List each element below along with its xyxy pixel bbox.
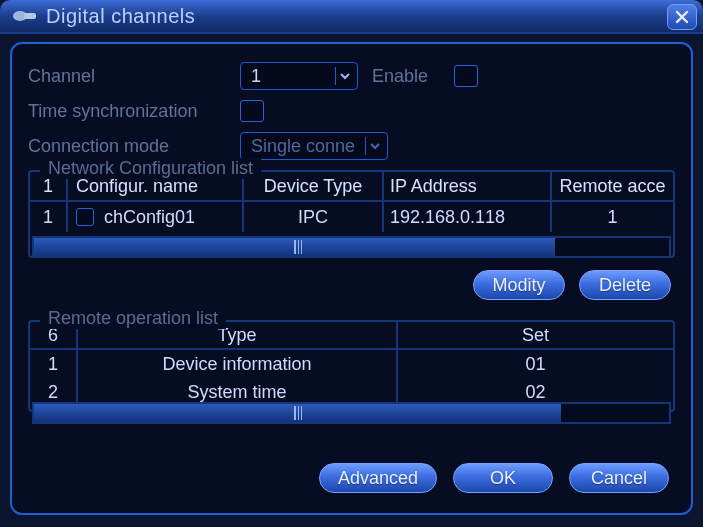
table-row[interactable]: 1 chConfig01 IPC 192.168.0.118 1	[30, 202, 673, 232]
table-row[interactable]: 1 Device information 01	[30, 350, 673, 378]
ro-row-type: Device information	[78, 350, 398, 378]
connection-mode-value: Single conne	[251, 136, 359, 157]
close-button[interactable]	[667, 4, 697, 30]
nc-header-type[interactable]: Device Type	[244, 172, 384, 202]
remote-op-legend: Remote operation list	[40, 308, 226, 329]
timesync-checkbox[interactable]	[240, 100, 264, 122]
network-config-hscrollbar[interactable]	[32, 236, 671, 258]
modify-button[interactable]: Modity	[473, 270, 565, 300]
remote-op-groupbox: Remote operation list 6 Type Set 1 Devic…	[28, 320, 675, 412]
row-timesync: Time synchronization	[28, 100, 675, 122]
network-config-buttons: Modity Delete	[28, 270, 671, 300]
channel-label: Channel	[28, 66, 240, 87]
close-icon	[675, 10, 689, 24]
chevron-down-icon	[365, 137, 383, 155]
client-area: Channel 1 Enable Time synchronization Co…	[10, 42, 693, 515]
network-config-groupbox: Network Configuration list 1 Configur. n…	[28, 170, 675, 258]
nc-row-name-cell: chConfig01	[68, 202, 244, 232]
window-title: Digital channels	[46, 5, 195, 28]
network-config-table: 1 Configur. name Device Type IP Address …	[30, 172, 673, 232]
row-select-checkbox[interactable]	[76, 208, 94, 226]
ro-row-set: 01	[398, 350, 673, 378]
ok-button[interactable]: OK	[453, 463, 553, 493]
camera-icon	[12, 9, 40, 23]
enable-label: Enable	[372, 66, 428, 87]
row-connmode: Connection mode Single conne	[28, 132, 675, 160]
svg-rect-1	[24, 13, 36, 19]
delete-button[interactable]: Delete	[579, 270, 671, 300]
network-config-legend: Network Configuration list	[40, 158, 261, 179]
nc-row-ip: 192.168.0.118	[384, 202, 552, 232]
titlebar: Digital channels	[0, 0, 703, 34]
advanced-button[interactable]: Advanced	[319, 463, 437, 493]
nc-row-remote: 1	[552, 202, 673, 232]
connection-mode-select[interactable]: Single conne	[240, 132, 388, 160]
ro-row-index: 1	[30, 350, 78, 378]
connmode-label: Connection mode	[28, 136, 240, 157]
dialog-window: Digital channels Channel 1 Enable Time s…	[0, 0, 703, 527]
remote-op-hscrollbar[interactable]	[32, 402, 671, 424]
channel-select[interactable]: 1	[240, 62, 358, 90]
dialog-footer-buttons: Advanced OK Cancel	[319, 463, 669, 493]
enable-checkbox[interactable]	[454, 65, 478, 87]
nc-header-ip[interactable]: IP Address	[384, 172, 552, 202]
timesync-label: Time synchronization	[28, 101, 240, 122]
nc-row-name: chConfig01	[104, 207, 195, 228]
nc-header-remote[interactable]: Remote acce	[552, 172, 673, 202]
nc-row-type: IPC	[244, 202, 384, 232]
cancel-button[interactable]: Cancel	[569, 463, 669, 493]
row-channel: Channel 1 Enable	[28, 62, 675, 90]
chevron-down-icon	[335, 67, 353, 85]
channel-value: 1	[251, 66, 329, 87]
remote-op-table: 6 Type Set 1 Device information 01 2 Sys…	[30, 322, 673, 406]
ro-header-set[interactable]: Set	[398, 322, 673, 350]
nc-row-index: 1	[30, 202, 68, 232]
